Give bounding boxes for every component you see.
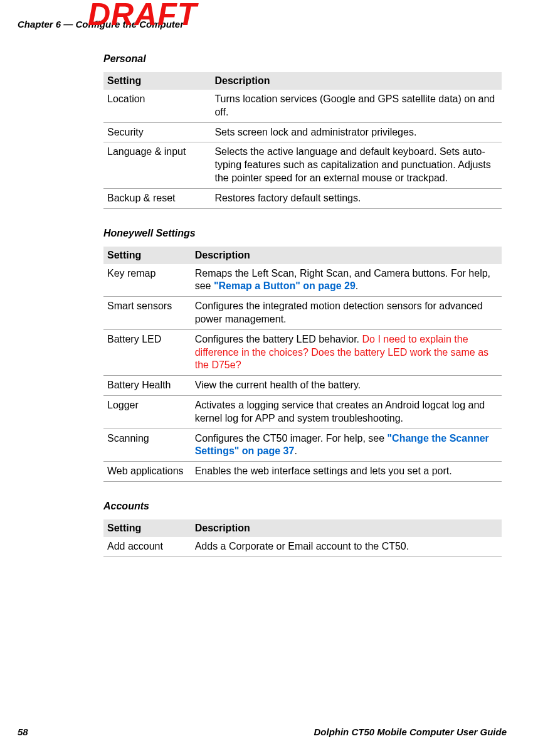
table-row: Scanning Configures the CT50 imager. For… xyxy=(103,429,502,462)
table-row: Smart sensors Configures the integrated … xyxy=(103,297,502,330)
cell-setting: Logger xyxy=(103,395,191,429)
cell-description: Enables the web interface settings and l… xyxy=(191,462,502,482)
table-row: Logger Activates a logging service that … xyxy=(103,395,502,429)
th-setting: Setting xyxy=(103,247,191,264)
cell-description: Remaps the Left Scan, Right Scan, and Ca… xyxy=(191,264,502,297)
accounts-table: Setting Description Add account Adds a C… xyxy=(103,519,502,557)
table-row: Key remap Remaps the Left Scan, Right Sc… xyxy=(103,264,502,297)
cell-setting: Web applications xyxy=(103,462,191,482)
th-description: Description xyxy=(211,72,502,90)
section-title-accounts: Accounts xyxy=(103,501,502,512)
cell-setting: Smart sensors xyxy=(103,297,191,330)
table-row: Language & input Selects the active lang… xyxy=(103,142,502,188)
desc-pre: View the current health of the battery. xyxy=(195,380,361,390)
cell-setting: Add account xyxy=(103,537,191,556)
table-row: Backup & reset Restores factory default … xyxy=(103,188,502,208)
th-description: Description xyxy=(191,247,502,264)
cell-description: Activates a logging service that creates… xyxy=(191,395,502,429)
cell-setting: Scanning xyxy=(103,429,191,462)
page-number: 58 xyxy=(18,727,28,737)
cell-description: Configures the integrated motion detecti… xyxy=(191,297,502,330)
cell-description: Configures the CT50 imager. For help, se… xyxy=(191,429,502,462)
table-row: Security Sets screen lock and administra… xyxy=(103,122,502,142)
table-header-row: Setting Description xyxy=(103,72,502,90)
table-row: Battery LED Configures the battery LED b… xyxy=(103,329,502,375)
desc-pre: Enables the web interface settings and l… xyxy=(195,466,452,476)
desc-pre: Configures the CT50 imager. For help, se… xyxy=(195,433,388,444)
personal-table: Setting Description Location Turns locat… xyxy=(103,72,502,209)
cell-setting: Language & input xyxy=(103,142,211,188)
cell-setting: Key remap xyxy=(103,264,191,297)
cell-setting: Backup & reset xyxy=(103,188,211,208)
honeywell-table: Setting Description Key remap Remaps the… xyxy=(103,247,502,482)
draft-watermark: DRAFT xyxy=(88,0,197,33)
cell-setting: Location xyxy=(103,90,211,122)
table-header-row: Setting Description xyxy=(103,247,502,264)
table-row: Battery Health View the current health o… xyxy=(103,376,502,396)
section-title-personal: Personal xyxy=(103,53,502,65)
page-content: Personal Setting Description Location Tu… xyxy=(103,53,502,576)
th-description: Description xyxy=(191,519,502,537)
cell-description: Adds a Corporate or Email account to the… xyxy=(191,537,502,556)
cell-description: Selects the active language and default … xyxy=(211,142,502,188)
cell-description: Restores factory default settings. xyxy=(211,188,502,208)
table-row: Location Turns location services (Google… xyxy=(103,90,502,122)
desc-pre: Configures the battery LED behavior. xyxy=(195,334,362,344)
cell-description: Sets screen lock and administrator privi… xyxy=(211,122,502,142)
cell-description: Configures the battery LED behavior. Do … xyxy=(191,329,502,375)
table-row: Add account Adds a Corporate or Email ac… xyxy=(103,537,502,556)
cell-description: View the current health of the battery. xyxy=(191,376,502,396)
th-setting: Setting xyxy=(103,72,211,90)
guide-title: Dolphin CT50 Mobile Computer User Guide xyxy=(314,727,507,737)
cell-setting: Battery LED xyxy=(103,329,191,375)
section-title-honeywell: Honeywell Settings xyxy=(103,228,502,239)
page-footer: 58 Dolphin CT50 Mobile Computer User Gui… xyxy=(18,727,507,737)
cell-description: Turns location services (Google and GPS … xyxy=(211,90,502,122)
cell-setting: Battery Health xyxy=(103,376,191,396)
th-setting: Setting xyxy=(103,519,191,537)
desc-post: . xyxy=(356,280,358,291)
table-header-row: Setting Description xyxy=(103,519,502,537)
desc-post: . xyxy=(294,445,297,456)
desc-pre: Activates a logging service that creates… xyxy=(195,400,485,423)
cross-ref-link[interactable]: "Remap a Button" on page 29 xyxy=(214,280,356,291)
table-row: Web applications Enables the web interfa… xyxy=(103,462,502,482)
cell-setting: Security xyxy=(103,122,211,142)
desc-pre: Configures the integrated motion detecti… xyxy=(195,301,483,324)
